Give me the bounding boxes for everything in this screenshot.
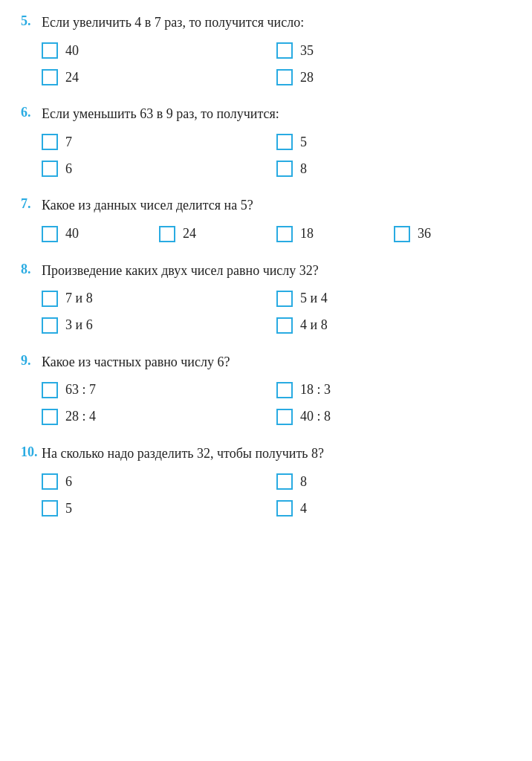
option-item-q10b[interactable]: 8 bbox=[276, 470, 511, 493]
option-label-q8d: 4 и 8 bbox=[300, 317, 328, 333]
option-item-q10d[interactable]: 4 bbox=[276, 497, 511, 519]
question-block-1: 5.Если увеличить 4 в 7 раз, то получится… bbox=[21, 13, 511, 88]
option-label-q6a: 7 bbox=[65, 135, 72, 150]
question-number-4: 8. bbox=[21, 262, 42, 277]
question-text-3: Какое из данных чисел делится на 5? bbox=[42, 196, 253, 215]
option-label-q10d: 4 bbox=[300, 501, 307, 516]
checkbox-q10d[interactable] bbox=[276, 500, 293, 516]
checkbox-q6c[interactable] bbox=[42, 161, 58, 177]
question-text-6: На сколько надо разделить 32, чтобы полу… bbox=[42, 444, 324, 463]
checkbox-q7b[interactable] bbox=[159, 226, 175, 242]
options-grid-6: 6854 bbox=[42, 470, 511, 519]
question-text-5: Какое из частных равно числу 6? bbox=[42, 353, 230, 372]
option-label-q8b: 5 и 4 bbox=[300, 291, 328, 306]
checkbox-q10b[interactable] bbox=[276, 473, 293, 490]
checkbox-q5d[interactable] bbox=[276, 69, 293, 85]
option-label-q8c: 3 и 6 bbox=[65, 317, 93, 333]
option-label-q10b: 8 bbox=[300, 474, 307, 490]
question-number-1: 5. bbox=[21, 13, 42, 29]
option-item-q6b[interactable]: 5 bbox=[276, 131, 511, 153]
checkbox-q8b[interactable] bbox=[276, 291, 293, 307]
option-item-q10c[interactable]: 5 bbox=[42, 497, 276, 519]
options-grid-5: 63 : 718 : 328 : 440 : 8 bbox=[42, 379, 511, 428]
checkbox-q7c[interactable] bbox=[276, 226, 293, 242]
option-item-q9c[interactable]: 28 : 4 bbox=[42, 406, 276, 428]
option-item-q8a[interactable]: 7 и 8 bbox=[42, 288, 276, 310]
checkbox-q7a[interactable] bbox=[42, 226, 58, 242]
checkbox-q6a[interactable] bbox=[42, 134, 58, 150]
option-label-q5c: 24 bbox=[65, 70, 79, 85]
option-label-q7c: 18 bbox=[300, 226, 314, 242]
option-item-q6c[interactable]: 6 bbox=[42, 158, 276, 180]
question-text-2: Если уменьшить 63 в 9 раз, то получится: bbox=[42, 105, 279, 123]
quiz-container: 5.Если увеличить 4 в 7 раз, то получится… bbox=[21, 13, 511, 519]
option-item-q8b[interactable]: 5 и 4 bbox=[276, 288, 511, 310]
checkbox-q5c[interactable] bbox=[42, 69, 58, 85]
option-label-q10c: 5 bbox=[65, 501, 72, 516]
option-item-q9d[interactable]: 40 : 8 bbox=[276, 406, 511, 428]
option-item-q7c[interactable]: 18 bbox=[276, 223, 394, 245]
question-number-5: 9. bbox=[21, 353, 42, 369]
option-item-q7a[interactable]: 40 bbox=[42, 223, 159, 245]
option-label-q7d: 36 bbox=[418, 226, 431, 242]
question-header-5: 9.Какое из частных равно числу 6? bbox=[21, 353, 511, 372]
option-item-q5a[interactable]: 40 bbox=[42, 39, 276, 62]
option-item-q9a[interactable]: 63 : 7 bbox=[42, 379, 276, 401]
checkbox-q7d[interactable] bbox=[394, 226, 410, 242]
option-label-q9d: 40 : 8 bbox=[300, 409, 331, 424]
checkbox-q9d[interactable] bbox=[276, 409, 293, 425]
option-label-q6d: 8 bbox=[300, 161, 307, 177]
option-item-q9b[interactable]: 18 : 3 bbox=[276, 379, 511, 401]
option-label-q9a: 63 : 7 bbox=[65, 382, 96, 398]
option-label-q7a: 40 bbox=[65, 226, 79, 242]
option-label-q5b: 35 bbox=[300, 43, 314, 59]
checkbox-q9c[interactable] bbox=[42, 409, 58, 425]
option-item-q5c[interactable]: 24 bbox=[42, 66, 276, 88]
checkbox-q9a[interactable] bbox=[42, 382, 58, 398]
checkbox-q5a[interactable] bbox=[42, 42, 58, 59]
option-item-q10a[interactable]: 6 bbox=[42, 470, 276, 493]
question-header-6: 10.На сколько надо разделить 32, чтобы п… bbox=[21, 444, 511, 463]
option-label-q10a: 6 bbox=[65, 474, 72, 490]
option-label-q5d: 28 bbox=[300, 70, 314, 85]
options-grid-1: 40352428 bbox=[42, 39, 511, 88]
checkbox-q5b[interactable] bbox=[276, 42, 293, 59]
checkbox-q8d[interactable] bbox=[276, 317, 293, 334]
checkbox-q6b[interactable] bbox=[276, 134, 293, 150]
checkbox-q10a[interactable] bbox=[42, 473, 58, 490]
question-header-1: 5.Если увеличить 4 в 7 раз, то получится… bbox=[21, 13, 511, 32]
option-item-q6d[interactable]: 8 bbox=[276, 158, 511, 180]
checkbox-q8c[interactable] bbox=[42, 317, 58, 334]
option-item-q5d[interactable]: 28 bbox=[276, 66, 511, 88]
option-label-q7b: 24 bbox=[183, 226, 196, 242]
option-item-q7d[interactable]: 36 bbox=[394, 223, 511, 245]
question-number-6: 10. bbox=[21, 444, 42, 460]
option-item-q8d[interactable]: 4 и 8 bbox=[276, 314, 511, 337]
checkbox-q6d[interactable] bbox=[276, 161, 293, 177]
option-item-q7b[interactable]: 24 bbox=[159, 223, 276, 245]
checkbox-q9b[interactable] bbox=[276, 382, 293, 398]
question-number-3: 7. bbox=[21, 196, 42, 212]
option-item-q6a[interactable]: 7 bbox=[42, 131, 276, 153]
option-item-q5b[interactable]: 35 bbox=[276, 39, 511, 62]
option-label-q9c: 28 : 4 bbox=[65, 409, 96, 424]
question-header-4: 8.Произведение каких двух чисел равно чи… bbox=[21, 262, 511, 280]
option-label-q6c: 6 bbox=[65, 161, 72, 177]
question-text-1: Если увеличить 4 в 7 раз, то получится ч… bbox=[42, 13, 304, 32]
options-grid-2: 7568 bbox=[42, 131, 511, 180]
option-label-q6b: 5 bbox=[300, 135, 307, 150]
question-block-5: 9.Какое из частных равно числу 6?63 : 71… bbox=[21, 353, 511, 428]
checkbox-q8a[interactable] bbox=[42, 291, 58, 307]
question-header-3: 7.Какое из данных чисел делится на 5? bbox=[21, 196, 511, 215]
question-block-6: 10.На сколько надо разделить 32, чтобы п… bbox=[21, 444, 511, 519]
options-row-3: 40241836 bbox=[42, 223, 511, 245]
question-block-2: 6.Если уменьшить 63 в 9 раз, то получитс… bbox=[21, 105, 511, 180]
question-number-2: 6. bbox=[21, 105, 42, 120]
question-block-4: 8.Произведение каких двух чисел равно чи… bbox=[21, 262, 511, 337]
question-header-2: 6.Если уменьшить 63 в 9 раз, то получитс… bbox=[21, 105, 511, 123]
checkbox-q10c[interactable] bbox=[42, 500, 58, 516]
question-block-3: 7.Какое из данных чисел делится на 5?402… bbox=[21, 196, 511, 245]
option-label-q9b: 18 : 3 bbox=[300, 382, 331, 398]
option-label-q8a: 7 и 8 bbox=[65, 291, 93, 306]
option-item-q8c[interactable]: 3 и 6 bbox=[42, 314, 276, 337]
